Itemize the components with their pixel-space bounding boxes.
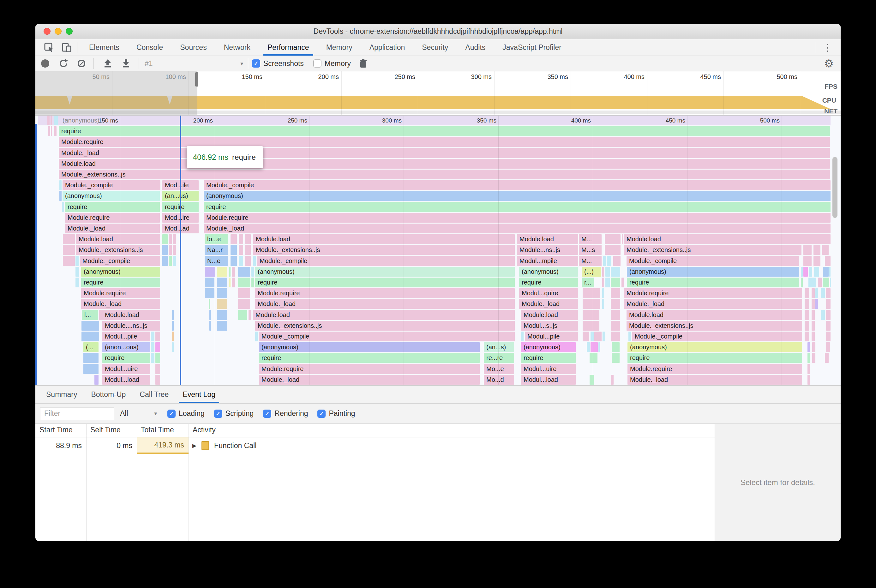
flame-bar[interactable] [238,288,250,298]
flame-bar[interactable]: Module._compile [632,332,802,341]
flame-bar[interactable]: Module.load [59,159,830,169]
flame-bar[interactable]: (anonymous) [204,191,831,201]
flame-bar[interactable] [590,375,594,385]
tab-security[interactable]: Security [413,39,457,56]
flame-bar[interactable]: Module._compile [627,256,799,266]
flame-bar[interactable] [826,332,831,341]
flame-bar[interactable] [812,310,815,320]
flame-bar[interactable] [521,332,524,341]
flame-bar[interactable] [611,299,620,309]
flame-bar[interactable] [155,353,160,363]
flame-bar[interactable] [603,332,605,341]
flame-bar[interactable] [151,342,154,352]
flame-bar[interactable] [217,321,227,331]
flame-bar[interactable] [251,267,254,277]
flame-bar[interactable] [217,310,227,320]
flame-bar[interactable] [612,353,620,363]
flame-bar[interactable] [821,288,825,298]
rendering-checkbox[interactable]: ✓ [263,410,271,418]
flame-bar[interactable] [245,245,251,255]
tab-bottom-up[interactable]: Bottom-Up [84,386,133,403]
flame-bar[interactable]: Modul...s..js [521,321,578,331]
flame-bar[interactable]: (anonymous) [38,116,831,125]
close-window-button[interactable] [44,28,51,35]
flame-bar[interactable] [238,299,250,309]
flame-bar[interactable] [628,332,631,341]
flame-bar[interactable] [611,267,620,277]
flame-bar[interactable]: Module._load [259,375,480,385]
flame-bar[interactable] [821,310,825,320]
flame-bar[interactable]: (anonymous) [519,267,578,277]
tab-event-log[interactable]: Event Log [176,386,222,403]
flame-bar[interactable] [807,375,810,385]
flame-bar[interactable]: Module._load [624,299,802,309]
flame-bar[interactable] [238,267,250,277]
flame-bar[interactable] [598,342,600,352]
flame-bar[interactable] [173,234,176,244]
flame-bar[interactable]: Modul...uire [102,364,150,374]
flame-bar[interactable] [155,332,160,341]
flame-bar[interactable] [245,234,251,244]
flame-bar[interactable] [81,321,99,331]
header-total-time[interactable]: Total Time [137,426,189,434]
flame-bar[interactable]: require [102,353,150,363]
flame-bar[interactable] [805,321,809,331]
flame-bar[interactable]: (anonymous) [259,342,480,352]
flame-bar[interactable] [813,256,820,266]
title-bar[interactable]: DevTools - chrome-extension://aeblfdkhhh… [35,24,841,39]
flame-bar[interactable] [622,234,623,244]
flame-bar[interactable]: (anonymous) [521,342,576,352]
flame-bar[interactable] [54,126,57,136]
flame-bar[interactable] [803,267,808,277]
flame-bar[interactable] [239,245,243,255]
memory-checkbox[interactable]: ✓ [313,59,321,68]
load-profile-icon[interactable] [103,59,112,68]
flame-bar[interactable]: Module.load [624,234,831,244]
flame-bar[interactable] [826,321,831,331]
flame-bar[interactable]: Module._extensions..js [255,321,515,331]
record-button[interactable] [41,59,49,68]
flame-bar[interactable]: re...re [484,353,514,363]
flame-bar[interactable] [611,278,620,287]
flame-bar[interactable] [255,332,258,341]
flame-bar[interactable] [63,245,75,255]
flame-bar[interactable]: require [81,278,160,287]
flame-bar[interactable]: M... [579,256,602,266]
tab-summary[interactable]: Summary [39,386,84,403]
flame-bar[interactable] [173,245,176,255]
flame-bar[interactable]: Module.load [253,234,515,244]
flame-bar[interactable]: Modul...mpile [517,256,578,266]
flame-bar[interactable]: require [259,353,480,363]
flame-bar[interactable] [231,234,237,244]
flame-bar[interactable] [99,310,102,320]
flame-bar[interactable] [812,288,815,298]
flame-bar[interactable]: Module.require [204,213,831,223]
flame-bar[interactable] [805,310,809,320]
flame-bar[interactable] [575,256,578,266]
flame-bar[interactable]: Module._extensions..js [627,321,802,331]
flame-bar[interactable] [75,278,79,287]
flame-bar[interactable] [83,364,99,374]
flame-bar[interactable] [59,191,62,201]
flame-bar[interactable] [151,332,154,341]
flame-bar[interactable]: Module._extensions..js [59,170,830,179]
loading-checkbox[interactable]: ✓ [167,410,176,418]
zoom-window-button[interactable] [66,28,73,35]
flame-bar[interactable] [611,375,614,385]
flame-bar[interactable] [812,342,815,352]
flame-bar[interactable] [229,278,231,287]
flame-bar[interactable] [172,321,174,331]
flame-bar[interactable]: Module._load [204,224,831,233]
flame-bar[interactable]: M...s [579,245,602,255]
flame-bar[interactable]: Module._load [59,148,830,158]
flame-bar[interactable] [162,234,168,244]
flame-bar[interactable] [48,126,50,136]
flame-bar[interactable] [238,310,247,320]
flame-bar[interactable] [803,256,812,266]
flame-bar[interactable] [155,375,160,385]
flame-bar[interactable] [232,267,235,277]
flame-bar[interactable] [155,342,160,352]
flame-bar[interactable] [594,332,602,341]
flame-bar[interactable]: Mo...d [484,375,514,385]
flame-bar[interactable]: Module._load [255,299,515,309]
